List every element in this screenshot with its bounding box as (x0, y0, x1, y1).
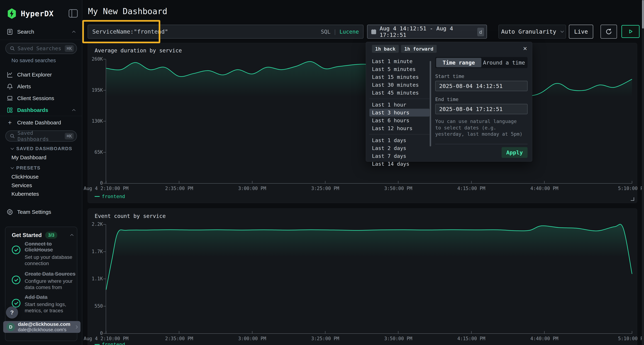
sql-toggle[interactable]: SQL (321, 28, 330, 35)
y-axis-label: 0 (83, 331, 103, 336)
granularity-value: Auto Granularity (501, 28, 556, 35)
sidebar-item-label: Client Sessions (17, 95, 54, 101)
chart-plot[interactable]: 05501.1K1.7K2.2KAug 4 2:10:00 PM2:35:00 … (106, 224, 632, 334)
shift-forward-button[interactable]: 1h forward (401, 45, 437, 53)
end-time-input[interactable]: 2025-08-04 17:12:51 (435, 104, 528, 114)
time-range-option[interactable]: Last 1 hour (370, 101, 430, 109)
check-circle-icon (12, 276, 20, 284)
sidebar-item-team-settings[interactable]: Team Settings (0, 207, 82, 217)
chevron-up-icon (72, 109, 75, 112)
app-title: HyperDX (21, 9, 54, 18)
x-axis-tick (325, 331, 326, 334)
legend-label: frontend (102, 194, 125, 199)
time-range-input[interactable]: Aug 4 14:12:51 - Aug 4 17:12:51 d (367, 25, 487, 39)
y-axis-tick (103, 90, 106, 90)
page-scrollbar-thumb[interactable] (642, 0, 644, 28)
divider (0, 40, 82, 40)
chart-title: Average duration by service (95, 47, 182, 54)
chevron-down-icon (10, 146, 14, 150)
tab-time-range[interactable]: Time range (436, 58, 482, 67)
y-axis-tick (103, 279, 106, 279)
get-started-item[interactable]: Create Data Sources Configure where your… (12, 271, 76, 291)
user-email: dale@clickhouse.com (18, 322, 72, 327)
legend-line-swatch (95, 196, 100, 197)
chevron-up-icon (72, 31, 75, 34)
logo[interactable]: HyperDX (6, 8, 54, 19)
toggle-separator: | (334, 28, 337, 35)
panel-resize-handle[interactable] (631, 197, 634, 201)
tab-around-a-time[interactable]: Around a time (482, 58, 527, 67)
saved-dashboards-input[interactable]: Saved Dashboards ⌘K (5, 130, 77, 142)
no-saved-searches-note: No saved searches (12, 57, 56, 63)
x-axis-tick (471, 181, 472, 183)
x-axis-tick (179, 181, 179, 183)
sidebar-item-search[interactable]: Search (0, 26, 82, 37)
play-icon (628, 28, 634, 34)
time-range-option[interactable]: Last 15 minutes (370, 73, 430, 81)
time-range-option[interactable]: Last 2 days (370, 144, 430, 152)
x-axis-tick (398, 181, 398, 183)
sidebar-item-dashboards[interactable]: Dashboards (0, 105, 82, 115)
user-menu[interactable]: D dale@clickhouse.com dale@clickhouse.co… (3, 321, 80, 333)
saved-searches-input[interactable]: Saved Searches ⌘K (5, 43, 77, 54)
time-range-option[interactable]: Last 5 minutes (370, 65, 430, 73)
start-time-label: Start time (435, 73, 528, 79)
live-button[interactable]: Live (569, 25, 593, 39)
help-button[interactable]: ? (6, 306, 18, 319)
y-axis-tick (103, 333, 106, 334)
create-dashboard-button[interactable]: + Create Dashboard (0, 117, 82, 128)
list-scrollbar[interactable] (430, 61, 431, 146)
granularity-select[interactable]: Auto Granularity (498, 25, 566, 39)
sidebar-item-kubernetes[interactable]: Kubernetes (12, 191, 39, 197)
sidebar-item-services[interactable]: Services (12, 182, 32, 188)
get-started-progress-badge: 3/3 (45, 232, 57, 239)
sidebar-item-alerts[interactable]: Alerts (0, 81, 82, 92)
chevron-up-icon[interactable] (70, 234, 73, 237)
close-icon[interactable]: ✕ (523, 44, 527, 52)
chart-legend[interactable]: frontend (95, 342, 125, 345)
run-query-button[interactable] (622, 25, 640, 38)
get-started-item[interactable]: Add Data Start sending logs, metrics, or… (12, 294, 76, 314)
get-started-item-desc: Set up your database connection (25, 254, 76, 267)
y-axis-label: 65K (83, 149, 103, 155)
legend-line-swatch (95, 344, 100, 345)
chart-legend[interactable]: frontend (95, 194, 125, 199)
time-range-option[interactable]: Last 7 days (370, 152, 430, 160)
sidebar-collapse-icon[interactable] (69, 9, 78, 17)
divider (370, 99, 430, 99)
bell-icon (6, 83, 13, 90)
start-time-input[interactable]: 2025-08-04 14:12:51 (435, 81, 528, 91)
sidebar-item-chart-explorer[interactable]: Chart Explorer (0, 69, 82, 80)
x-axis-label: 2:35:00 PM (165, 186, 193, 191)
get-started-item[interactable]: Connect to ClickHouse Set up your databa… (12, 241, 76, 267)
time-range-option[interactable]: Last 3 hours (370, 109, 430, 117)
x-axis-label: 3:50:00 PM (384, 336, 412, 341)
y-axis-tick (103, 306, 106, 306)
sidebar-item-client-sessions[interactable]: Client Sessions (0, 93, 82, 104)
time-range-option[interactable]: Last 1 minute (370, 57, 430, 65)
sidebar-item-my-dashboard[interactable]: My Dashboard (12, 154, 46, 161)
search-query-input[interactable]: ServiceName:"frontend" SQL | Lucene (88, 25, 364, 39)
refresh-button[interactable] (600, 25, 617, 39)
x-axis-tick (632, 331, 632, 334)
lucene-toggle[interactable]: Lucene (340, 28, 359, 35)
section-saved-dashboards[interactable]: SAVED DASHBOARDS (11, 146, 72, 151)
get-started-item-desc: Configure where your data comes from (25, 278, 76, 291)
time-range-option[interactable]: Last 1 days (370, 136, 430, 144)
time-range-option[interactable]: Last 14 days (370, 160, 430, 168)
y-axis-tick (103, 224, 106, 225)
section-presets[interactable]: PRESETS (11, 165, 40, 171)
page-scrollbar-track[interactable] (642, 0, 644, 345)
apply-button[interactable]: Apply (502, 147, 528, 158)
shortcut-badge: ⌘K (65, 45, 74, 52)
shift-back-button[interactable]: 1h back (372, 45, 399, 53)
time-range-option[interactable]: Last 45 minutes (370, 89, 430, 97)
saved-dashboards-placeholder: Saved Dashboards (18, 130, 62, 142)
time-picker-popover: 1h back 1h forward ✕ Last 1 minuteLast 5… (366, 42, 532, 162)
sidebar-item-clickhouse[interactable]: ClickHouse (12, 174, 39, 180)
y-axis-tick (103, 252, 106, 252)
time-range-option[interactable]: Last 12 hours (370, 124, 430, 132)
time-range-option[interactable]: Last 6 hours (370, 117, 430, 124)
time-range-option[interactable]: Last 30 minutes (370, 81, 430, 89)
end-time-label: End time (435, 96, 528, 102)
